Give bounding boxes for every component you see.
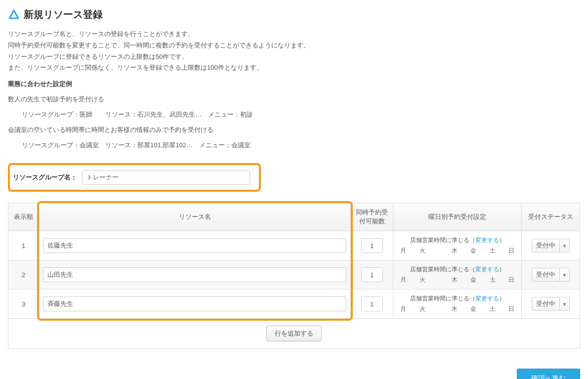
- change-days-link[interactable]: 変更する: [475, 237, 499, 244]
- days-cell: 店舗営業時間に準じる（変更する） 月 火 木 金 土 日: [393, 260, 522, 290]
- status-select[interactable]: 受付中 ▾: [532, 239, 570, 253]
- day-labels: 月 火 木 金 土 日: [397, 247, 517, 255]
- table-row: 3 店舗営業時間に準じる（変更する） 月 火 木 金 土 日: [8, 290, 580, 319]
- examples-block: 業務に合わせた設定例 数人の先生で初診予約を受付ける リソースグループ：医師 リ…: [8, 80, 580, 150]
- group-name-input[interactable]: [82, 170, 250, 185]
- desc-line: 同時予約受付可能数を変更することで、同一時間に複数の予約を受付することができるよ…: [8, 41, 580, 51]
- day-labels: 月 火 木 金 土 日: [397, 276, 517, 284]
- order-cell: 2: [8, 260, 39, 290]
- desc-line: また、リソースグループに関係なく、リソースを登録できる上限数は100件となります…: [8, 63, 580, 73]
- triangle-logo-icon: [8, 9, 20, 21]
- count-cell: [351, 290, 393, 319]
- day-labels: 月 火 木 金 土 日: [397, 305, 517, 313]
- change-days-link[interactable]: 変更する: [475, 266, 499, 273]
- count-input[interactable]: [361, 238, 383, 253]
- table-row: 2 店舗営業時間に準じる（変更する） 月 火 木 金 土 日: [8, 260, 580, 290]
- count-input[interactable]: [361, 296, 383, 311]
- example-line: リソースグループ：医師 リソース：石川先生、武田先生… メニュー：初診: [22, 110, 580, 119]
- count-cell: [351, 231, 393, 260]
- status-select[interactable]: 受付中 ▾: [532, 268, 570, 282]
- days-cell: 店舗営業時間に準じる（変更する） 月 火 木 金 土 日: [393, 290, 522, 319]
- order-cell: 3: [8, 290, 39, 319]
- add-row-button[interactable]: 行を追加する: [266, 326, 322, 341]
- th-status: 受付ステータス: [522, 203, 580, 231]
- desc-line: リソースグループに登録できるリソースの上限数は50件です。: [8, 52, 580, 62]
- description-block: リソースグループ名と、リソースの登録を行うことができます。 同時予約受付可能数を…: [8, 29, 580, 73]
- page-title: 新規リソース登録: [24, 8, 103, 21]
- resource-table: 表示順 リソース名 同時予約受付可能数 曜日別予約受付設定 受付ステータス 1 …: [8, 203, 580, 349]
- change-days-link[interactable]: 変更する: [475, 295, 499, 302]
- desc-line: リソースグループ名と、リソースの登録を行うことができます。: [8, 29, 580, 40]
- resource-name-input[interactable]: [43, 267, 346, 282]
- status-select[interactable]: 受付中 ▾: [532, 297, 570, 311]
- examples-title: 業務に合わせた設定例: [8, 80, 580, 88]
- count-cell: [351, 260, 393, 290]
- group-name-label: リソースグループ名：: [13, 173, 77, 182]
- table-row: 1 店舗営業時間に準じる（変更する） 月 火 木 金 土 日: [8, 231, 580, 260]
- chevron-down-icon: ▾: [559, 268, 569, 281]
- group-name-highlight: リソースグループ名：: [8, 163, 261, 192]
- th-name: リソース名: [39, 203, 351, 231]
- chevron-down-icon: ▾: [559, 239, 569, 252]
- status-cell: 受付中 ▾: [522, 260, 580, 290]
- example-line: 数人の先生で初診予約を受付ける: [8, 95, 580, 104]
- submit-button[interactable]: 確認へ進む: [517, 369, 580, 379]
- example-line: リソースグループ：会議室 リソース：部屋101,部屋102… メニュー：会議室: [22, 141, 580, 150]
- name-cell: [39, 260, 351, 290]
- status-cell: 受付中 ▾: [522, 290, 580, 319]
- chevron-down-icon: ▾: [559, 297, 569, 310]
- days-cell: 店舗営業時間に準じる（変更する） 月 火 木 金 土 日: [393, 231, 522, 260]
- count-input[interactable]: [361, 267, 383, 282]
- th-count: 同時予約受付可能数: [351, 203, 393, 231]
- name-cell: [39, 231, 351, 260]
- th-days: 曜日別予約受付設定: [393, 203, 522, 231]
- status-cell: 受付中 ▾: [522, 231, 580, 260]
- th-order: 表示順: [8, 203, 39, 231]
- resource-name-input[interactable]: [43, 296, 346, 311]
- example-line: 会議室の空いている時間帯に時間とお客様の情報のみで予約を受付ける: [8, 126, 580, 134]
- order-cell: 1: [8, 231, 39, 260]
- name-cell: [39, 290, 351, 319]
- resource-name-input[interactable]: [43, 238, 346, 253]
